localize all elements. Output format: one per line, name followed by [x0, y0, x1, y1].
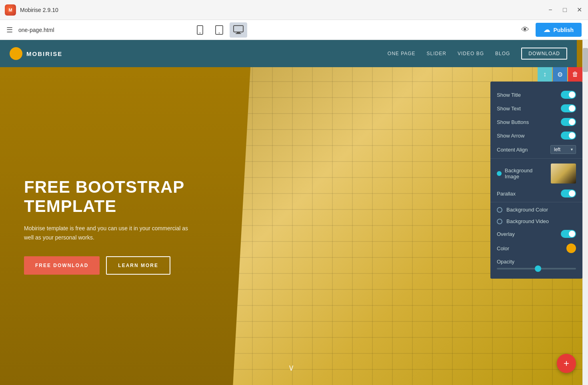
svg-point-3: [219, 32, 220, 33]
svg-rect-5: [237, 32, 240, 33]
content-align-row: Content Align left center right: [490, 142, 582, 157]
divider-2: [490, 202, 582, 202]
nav-link-videobg[interactable]: VIDEO BG: [458, 51, 484, 56]
background-image-label: Background Image: [505, 168, 548, 180]
parallax-toggle[interactable]: [561, 190, 576, 197]
maximize-button[interactable]: □: [561, 6, 569, 14]
trash-icon: 🗑: [572, 71, 578, 78]
cloud-icon: ☁: [544, 26, 550, 34]
content-align-select[interactable]: left center right: [550, 145, 576, 154]
parallax-label: Parallax: [497, 191, 561, 197]
settings-button[interactable]: ⚙: [553, 67, 567, 82]
menu-bar-right: 👁 ☁ Publish: [521, 23, 582, 37]
opacity-row: Opacity: [490, 256, 582, 272]
background-video-label: Background Video: [506, 218, 549, 224]
preview-icon[interactable]: 👁: [521, 25, 529, 34]
overlay-label: Overlay: [497, 231, 561, 237]
publish-label: Publish: [553, 27, 574, 33]
overlay-toggle[interactable]: [561, 230, 576, 238]
background-image-row: Background Image: [490, 160, 582, 187]
delete-button[interactable]: 🗑: [568, 67, 582, 82]
svg-rect-6: [236, 33, 241, 34]
learn-more-button[interactable]: LEARN MORE: [106, 256, 170, 275]
free-download-button[interactable]: FREE DOWNLOAD: [24, 256, 100, 275]
show-buttons-row: Show Buttons: [490, 115, 582, 129]
hamburger-menu[interactable]: ☰: [6, 26, 13, 34]
preview-nav: MOBIRISE ONE PAGE SLIDER VIDEO BG BLOG D…: [0, 40, 577, 67]
bg-thumb-inner: [551, 164, 576, 184]
hero-title: FREE BOOTSTRAP TEMPLATE: [24, 178, 224, 216]
nav-link-slider[interactable]: SLIDER: [427, 51, 446, 56]
align-select-wrap: left center right: [550, 145, 576, 154]
show-title-toggle[interactable]: [561, 91, 576, 99]
background-color-label: Background Color: [506, 207, 548, 213]
opacity-thumb[interactable]: [535, 265, 541, 272]
show-buttons-toggle[interactable]: [561, 118, 576, 126]
svg-rect-4: [234, 26, 243, 32]
section-toolbar: ↕ ⚙ 🗑: [538, 67, 582, 82]
divider-1: [490, 158, 582, 159]
app-title: Mobirise 2.9.10: [20, 7, 58, 13]
show-arrow-label: Show Arrow: [497, 133, 561, 139]
nav-download-btn[interactable]: DOWNLOAD: [521, 48, 567, 60]
file-name: one-page.html: [18, 27, 54, 33]
color-swatch[interactable]: [566, 243, 576, 253]
opacity-label: Opacity: [497, 259, 576, 265]
window-controls: − □ ✕: [546, 6, 583, 14]
nav-links: ONE PAGE SLIDER VIDEO BG BLOG DOWNLOAD: [388, 48, 567, 60]
show-arrow-toggle[interactable]: [561, 132, 576, 140]
bg-thumbnail[interactable]: [551, 164, 576, 184]
scrollbar-track[interactable]: [582, 40, 588, 385]
svg-point-1: [200, 32, 200, 33]
desktop-icon[interactable]: [230, 22, 247, 38]
scrollbar-thumb[interactable]: [583, 48, 588, 72]
background-video-radio[interactable]: [497, 219, 502, 224]
show-buttons-label: Show Buttons: [497, 119, 561, 125]
title-bar: M Mobirise 2.9.10 − □ ✕: [0, 0, 588, 20]
bg-indicator: [497, 171, 502, 176]
color-row: Color: [490, 241, 582, 256]
hero-subtitle: Mobirise template is free and you can us…: [24, 224, 192, 242]
overlay-row: Overlay: [490, 227, 582, 241]
close-button[interactable]: ✕: [575, 6, 583, 14]
show-text-row: Show Text: [490, 102, 582, 115]
move-icon: ↕: [543, 71, 546, 78]
fab-button[interactable]: +: [557, 354, 576, 373]
background-color-row: Background Color: [490, 204, 582, 215]
device-icons: [191, 22, 247, 38]
show-title-row: Show Title: [490, 88, 582, 102]
app-logo: M: [5, 4, 16, 16]
settings-panel: Show Title Show Text Show Buttons Show A…: [490, 82, 582, 279]
app-content: MOBIRISE ONE PAGE SLIDER VIDEO BG BLOG D…: [0, 40, 588, 385]
nav-link-blog[interactable]: BLOG: [495, 51, 510, 56]
nav-link-onepage[interactable]: ONE PAGE: [388, 51, 416, 56]
color-label: Color: [497, 245, 566, 251]
content-align-label: Content Align: [497, 147, 550, 153]
parallax-row: Parallax: [490, 187, 582, 200]
move-button[interactable]: ↕: [538, 67, 552, 82]
show-text-label: Show Text: [497, 106, 561, 112]
show-arrow-row: Show Arrow: [490, 129, 582, 142]
opacity-slider[interactable]: [497, 268, 576, 269]
show-text-toggle[interactable]: [561, 104, 576, 112]
hero-arrow: ∨: [288, 363, 294, 373]
mobile-icon[interactable]: [191, 22, 209, 38]
tablet-icon[interactable]: [210, 22, 228, 38]
nav-logo: [10, 47, 22, 60]
publish-button[interactable]: ☁ Publish: [536, 23, 582, 37]
fab-icon: +: [564, 358, 569, 369]
menu-bar: ☰ one-page.html 👁 ☁ Publish: [0, 20, 588, 40]
preview-area: MOBIRISE ONE PAGE SLIDER VIDEO BG BLOG D…: [0, 40, 588, 385]
hero-buttons: FREE DOWNLOAD LEARN MORE: [24, 256, 558, 275]
gear-icon: ⚙: [557, 71, 563, 78]
background-color-radio[interactable]: [497, 207, 502, 213]
background-video-row: Background Video: [490, 215, 582, 227]
show-title-label: Show Title: [497, 92, 561, 98]
minimize-button[interactable]: −: [546, 6, 554, 14]
nav-brand: MOBIRISE: [26, 50, 62, 57]
